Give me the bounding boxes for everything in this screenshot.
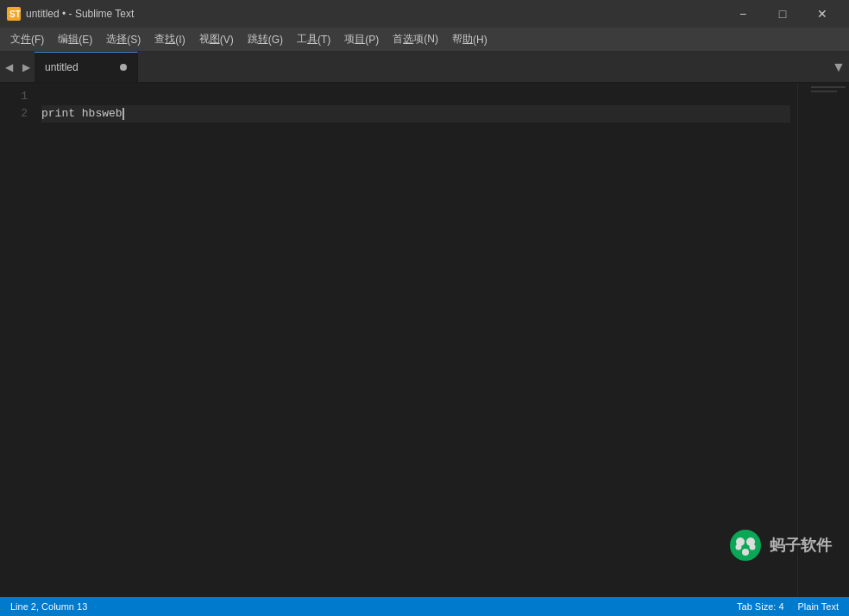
watermark-label: 蚂子软件 bbox=[770, 535, 832, 556]
minimize-button[interactable]: − bbox=[723, 0, 763, 28]
menu-help[interactable]: 帮助(H) bbox=[445, 28, 494, 52]
menu-find[interactable]: 查找(I) bbox=[148, 28, 192, 52]
svg-point-5 bbox=[736, 544, 742, 550]
status-position[interactable]: Line 2, Column 13 bbox=[10, 601, 87, 612]
tab-overflow-button[interactable]: ▼ bbox=[828, 52, 849, 82]
menu-select[interactable]: 选择(S) bbox=[99, 28, 148, 52]
status-tab-size[interactable]: Tab Size: 4 bbox=[737, 601, 783, 612]
svg-point-2 bbox=[730, 530, 761, 561]
title-bar: ST untitled • - Sublime Text − □ ✕ bbox=[0, 0, 849, 28]
minimap-line-2 bbox=[811, 91, 837, 92]
line-number-2: 2 bbox=[3, 105, 28, 123]
window-controls: − □ ✕ bbox=[723, 0, 842, 28]
status-right: Tab Size: 4 Plain Text bbox=[737, 601, 839, 612]
active-tab[interactable]: untitled bbox=[35, 52, 138, 82]
menu-file[interactable]: 文件(F) bbox=[3, 28, 51, 52]
text-cursor bbox=[123, 108, 124, 120]
watermark: 蚂子软件 bbox=[728, 528, 832, 563]
code-line-2-content: print hbsweb bbox=[41, 105, 123, 123]
window-title: untitled • - Sublime Text bbox=[26, 8, 723, 20]
status-left: Line 2, Column 13 bbox=[10, 601, 737, 612]
code-line-1 bbox=[41, 88, 790, 105]
app-icon: ST bbox=[7, 7, 21, 21]
minimap bbox=[797, 83, 849, 597]
tab-scroll-right[interactable]: ▶ bbox=[17, 52, 35, 82]
tab-modified-indicator[interactable] bbox=[120, 64, 127, 71]
svg-point-7 bbox=[742, 549, 749, 556]
menu-project[interactable]: 项目(P) bbox=[337, 28, 386, 52]
code-editor[interactable]: print hbsweb bbox=[35, 83, 797, 597]
tab-bar: ◀ ▶ untitled ▼ bbox=[0, 52, 849, 83]
tab-scroll-left[interactable]: ◀ bbox=[0, 52, 17, 82]
editor-area[interactable]: 1 2 print hbsweb 蚂子软件 bbox=[0, 83, 849, 597]
svg-point-6 bbox=[750, 544, 756, 550]
menu-tools[interactable]: 工具(T) bbox=[290, 28, 337, 52]
code-line-2: print hbsweb bbox=[41, 105, 790, 123]
minimap-line-1 bbox=[811, 86, 846, 88]
minimap-content bbox=[811, 86, 846, 92]
maximize-button[interactable]: □ bbox=[763, 0, 802, 28]
watermark-icon bbox=[728, 528, 763, 563]
menu-preferences[interactable]: 首选项(N) bbox=[386, 28, 445, 52]
line-number-1: 1 bbox=[3, 88, 28, 105]
menu-goto[interactable]: 跳转(G) bbox=[241, 28, 290, 52]
line-numbers: 1 2 bbox=[0, 83, 35, 597]
menu-bar: 文件(F) 编辑(E) 选择(S) 查找(I) 视图(V) 跳转(G) 工具(T… bbox=[0, 28, 849, 52]
tab-title: untitled bbox=[45, 61, 79, 73]
status-bar: Line 2, Column 13 Tab Size: 4 Plain Text bbox=[0, 597, 849, 616]
status-syntax[interactable]: Plain Text bbox=[798, 601, 840, 612]
menu-edit[interactable]: 编辑(E) bbox=[51, 28, 99, 52]
menu-view[interactable]: 视图(V) bbox=[192, 28, 241, 52]
svg-text:ST: ST bbox=[9, 9, 21, 19]
close-button[interactable]: ✕ bbox=[802, 0, 842, 28]
